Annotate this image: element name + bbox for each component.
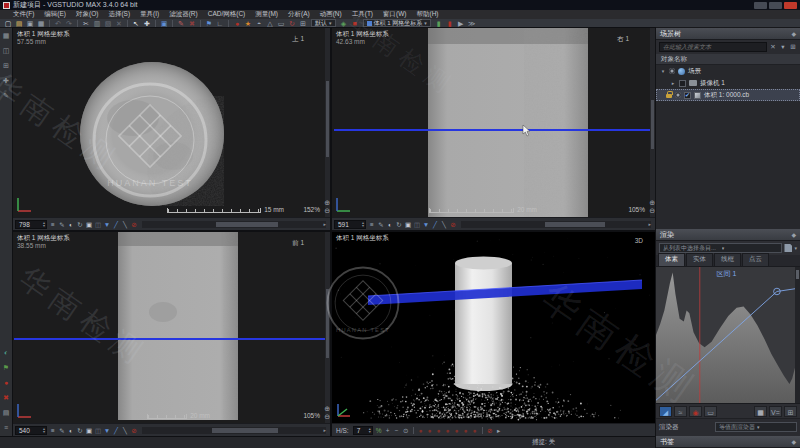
move-icon[interactable]: ✚ <box>142 19 152 28</box>
menu-item-11[interactable]: 窗口(W) <box>378 10 411 19</box>
clear-slice-icon[interactable]: ⊘ <box>449 220 457 229</box>
slice-number-input[interactable]: 798 ▴▾ <box>15 220 47 229</box>
registration-icon[interactable]: ◈ <box>339 19 349 28</box>
annotate-slice-icon[interactable]: ✎ <box>377 220 385 229</box>
compare-view-icon[interactable]: ◫ <box>413 220 421 229</box>
view-options-icon[interactable]: ≡ <box>49 426 57 435</box>
measure-icon[interactable]: ∟ <box>215 19 225 28</box>
menu-item-0[interactable]: 文件(F) <box>8 10 39 19</box>
pin-icon[interactable]: ◆ <box>791 231 796 238</box>
palette-icon[interactable]: ▣ <box>85 220 93 229</box>
spinner-arrows-icon[interactable]: ▴▾ <box>43 221 46 228</box>
menu-item-5[interactable]: 滤波器(R) <box>164 10 203 19</box>
viewport-front-view[interactable]: 体积 1 网格坐标系 38.55 mm 前 1 20 mm 105% ⊕⊖ 54… <box>13 232 330 436</box>
flag-annotation-icon[interactable]: ⚑ <box>204 19 214 28</box>
scroll-right-icon[interactable]: ▸ <box>648 221 651 228</box>
material-sphere-icon[interactable]: ● <box>232 19 242 28</box>
annotate-tool-icon[interactable]: ✎ <box>1 92 12 100</box>
material-preset-7-icon[interactable]: ● <box>471 426 479 435</box>
measure-line-icon[interactable]: ╲ <box>440 220 448 229</box>
profile-line-icon[interactable]: ╱ <box>431 220 439 229</box>
palette-icon[interactable]: ▣ <box>404 220 412 229</box>
ramp-curve-icon[interactable]: ≈ <box>674 406 687 417</box>
zoom-in-3d-icon[interactable]: + <box>384 426 392 435</box>
panel-tool-icon[interactable]: ⊞ <box>1 62 12 70</box>
compare-view-icon[interactable]: ◫ <box>94 426 102 435</box>
contrast-icon[interactable]: ◐ <box>67 220 75 229</box>
renderer-dropdown[interactable]: 等值面渲染器 ▾ <box>715 422 797 432</box>
record-tool-icon[interactable]: ● <box>1 379 12 387</box>
list-tool-icon[interactable]: ▤ <box>1 409 12 417</box>
expander-icon[interactable]: ▸ <box>670 80 676 86</box>
zoom-out-3d-icon[interactable]: − <box>393 426 401 435</box>
rendering-header[interactable]: 渲染 ◆ <box>656 229 800 241</box>
rotate-slice-icon[interactable]: ↻ <box>76 426 84 435</box>
viewport-top-view[interactable]: 体积 1 网格坐标系 57.55 mm 上 1 15 mm 152% ⊕⊖ 79… <box>13 28 330 230</box>
vertical-scrollbar[interactable] <box>325 28 330 217</box>
menu-item-7[interactable]: 测量(M) <box>250 10 283 19</box>
menu-item-10[interactable]: 工具(T) <box>347 10 378 19</box>
bookmark-header[interactable]: 书签 ◆ <box>656 436 800 448</box>
menu-item-1[interactable]: 编辑(E) <box>39 10 71 19</box>
profile-line-icon[interactable]: ╱ <box>112 426 120 435</box>
profile-line-icon[interactable]: ╱ <box>112 220 120 229</box>
compare-view-icon[interactable]: ◫ <box>94 220 102 229</box>
rotate-slice-icon[interactable]: ↻ <box>395 220 403 229</box>
ct-slice-top-image[interactable] <box>13 28 330 217</box>
stop-record-icon[interactable]: ■ <box>350 19 360 28</box>
contrast-icon[interactable]: ◐ <box>67 426 75 435</box>
rect-tool-icon[interactable]: ▭ <box>276 19 286 28</box>
viewport-3d[interactable]: 体积 1 网格坐标系 3D H/S: 7 ▴▾ %+−⊙●●●●●●●⊘▸ <box>332 232 655 436</box>
render-tab-2[interactable]: 线框 <box>714 253 741 266</box>
slice-number-input[interactable]: 591 ▴▾ <box>334 220 366 229</box>
marker-icon[interactable]: ▼ <box>103 426 111 435</box>
import-icon[interactable]: ▦ <box>36 19 46 28</box>
split-view-tool-icon[interactable]: ◫ <box>1 47 12 55</box>
sphere-tool-icon[interactable]: ◐ <box>1 349 12 357</box>
spinner-arrows-icon[interactable]: ▴▾ <box>369 427 372 434</box>
draw-brush-icon[interactable]: ✎ <box>176 19 186 28</box>
camera-checkbox[interactable] <box>679 80 686 87</box>
favorites-star-icon[interactable]: ★ <box>243 19 253 28</box>
view-options-icon[interactable]: ≡ <box>49 220 57 229</box>
expand-all-icon[interactable]: ⊞ <box>789 43 797 51</box>
chevron-down-icon[interactable]: ▾ <box>794 246 797 251</box>
layout-grid-icon[interactable]: ⊞ <box>298 19 308 28</box>
capture-view-icon[interactable]: ▮ <box>434 19 444 28</box>
zoom-buttons[interactable]: ⊕⊖ <box>324 405 330 421</box>
save-preset-icon[interactable] <box>784 244 792 252</box>
volume-checkbox[interactable]: ✔ <box>684 92 691 99</box>
new-project-icon[interactable]: ▢ <box>3 19 13 28</box>
pin-icon[interactable]: ◆ <box>791 438 796 445</box>
clear-slice-icon[interactable]: ⊘ <box>130 220 138 229</box>
menu-item-2[interactable]: 对象(O) <box>71 10 103 19</box>
clipping-box-icon[interactable]: ▣ <box>159 19 169 28</box>
rotate-slice-icon[interactable]: ↻ <box>76 220 84 229</box>
viewport-right-view[interactable]: 体积 1 网格坐标系 42.63 mm 右 1 20 mm 105% ⊕⊖ 59… <box>332 28 655 230</box>
angle-tool-icon[interactable]: △ <box>265 19 275 28</box>
search-options-icon[interactable]: ▾ <box>779 43 787 51</box>
play-animation-icon[interactable]: ▶ <box>456 19 466 28</box>
opacity-scrollbar[interactable] <box>795 267 800 403</box>
tree-row-camera[interactable]: ▸ 摄像机 1 <box>656 77 800 89</box>
menu-item-6[interactable]: CAD/网格(C) <box>203 10 251 19</box>
histogram-reset-icon[interactable]: ▭ <box>704 406 717 417</box>
magnet-snap-icon[interactable]: ◓ <box>254 19 264 28</box>
ramp-linear-icon[interactable]: ◢ <box>659 406 672 417</box>
histogram-region-label[interactable]: 区间 1 <box>716 269 736 279</box>
measure-line-icon[interactable]: ╲ <box>121 426 129 435</box>
spinner-arrows-icon[interactable]: ▴▾ <box>43 427 46 434</box>
pin-icon[interactable]: ◆ <box>791 30 796 37</box>
palette-icon[interactable]: ▣ <box>85 426 93 435</box>
vertical-scrollbar[interactable] <box>650 28 655 217</box>
material-preset-1-icon[interactable]: ● <box>417 426 425 435</box>
delete-icon[interactable]: ✕ <box>114 19 124 28</box>
table-view-icon[interactable]: ▦ <box>754 406 767 417</box>
tree-row-volume[interactable]: ✔ 体积 1: 0000.cb <box>656 89 800 101</box>
slice-number-input[interactable]: 540 ▴▾ <box>15 426 47 435</box>
horizontal-scrollbar[interactable]: ▸ <box>142 221 326 228</box>
clear-search-icon[interactable]: ✕ <box>769 43 777 51</box>
spinner-arrows-icon[interactable]: ▴▾ <box>362 221 365 228</box>
vertical-scrollbar[interactable] <box>325 232 330 423</box>
scene-tree-header[interactable]: 场景树 ◆ <box>656 28 800 40</box>
